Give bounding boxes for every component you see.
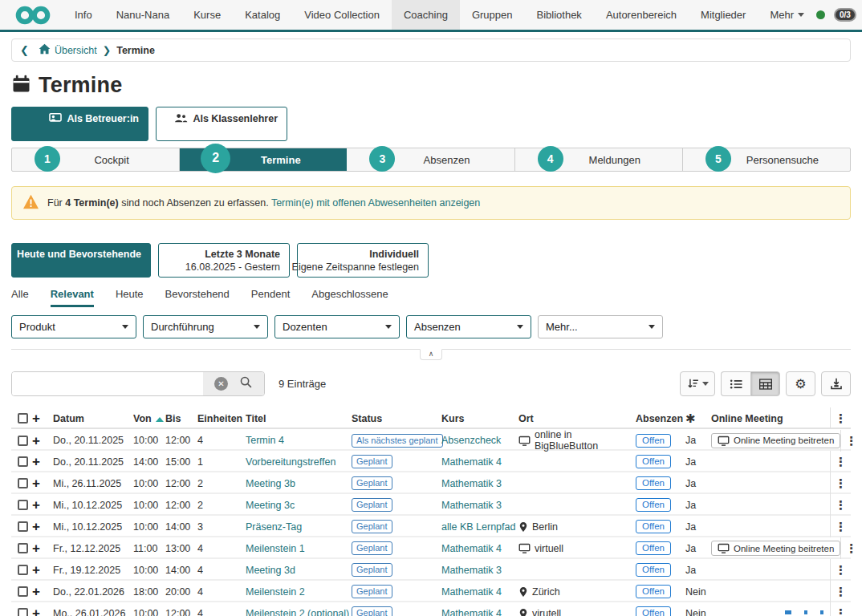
row-kebab-icon[interactable]: ⋮ <box>835 456 847 468</box>
cell-kurs-link[interactable]: Mathematik 4 <box>441 586 518 598</box>
row-kebab-icon[interactable]: ⋮ <box>835 586 847 598</box>
filter-tab-bevorstehend[interactable]: Bevorstehend <box>165 288 230 307</box>
list-view-button[interactable] <box>721 371 750 396</box>
absenzen-badge[interactable]: Offen <box>636 585 671 598</box>
tab-meldungen[interactable]: 4Meldungen <box>515 148 683 171</box>
cell-kurs-link[interactable]: Mathematik 3 <box>441 565 518 576</box>
col-datum[interactable]: Datum <box>53 413 133 424</box>
search-input[interactable] <box>12 372 203 395</box>
row-kebab-icon[interactable]: ⋮ <box>845 435 857 447</box>
absenzen-badge[interactable]: Offen <box>636 434 671 448</box>
filter-tab-pendent[interactable]: Pendent <box>251 288 290 307</box>
row-checkbox[interactable] <box>18 436 28 446</box>
cell-titel-link[interactable]: Meeting 3b <box>246 478 352 489</box>
dropdown-mehr[interactable]: Mehr... <box>538 315 663 338</box>
sort-button[interactable] <box>680 371 715 396</box>
infinity-logo[interactable] <box>14 6 51 25</box>
nav-item-nanu-nana[interactable]: Nanu-Nana <box>104 0 182 30</box>
col-online-meeting[interactable]: Online Meeting <box>711 413 830 424</box>
nav-item-mehr[interactable]: Mehr <box>758 0 816 30</box>
absenzen-badge[interactable]: Offen <box>636 541 671 555</box>
nav-item-mitglieder[interactable]: Mitglieder <box>689 0 758 30</box>
cell-titel-link[interactable]: Meeting 3d <box>246 565 352 576</box>
cell-kurs-link[interactable]: Mathematik 3 <box>441 500 518 511</box>
cell-titel-link[interactable]: Meilenstein 2 (optional) <box>246 608 352 616</box>
cell-titel-link[interactable]: Vorbereitungstreffen <box>246 456 352 468</box>
dropdown-dozenten[interactable]: Dozenten <box>274 315 400 338</box>
back-chevron-icon[interactable]: ❮ <box>20 44 29 56</box>
row-kebab-icon[interactable]: ⋮ <box>835 477 847 489</box>
filter-tab-relevant[interactable]: Relevant <box>51 288 94 307</box>
row-checkbox[interactable] <box>18 565 28 575</box>
col-ort[interactable]: Ort <box>518 413 636 424</box>
warning-link[interactable]: Termin(e) mit offenen Abwesenheiten anze… <box>271 197 480 209</box>
dropdown-absenzen[interactable]: Absenzen <box>406 315 531 338</box>
absenzen-badge[interactable]: Offen <box>636 563 671 577</box>
cell-kurs-link[interactable]: alle KB Lernpfad <box>441 521 518 533</box>
cell-titel-link[interactable]: Termin 4 <box>246 435 352 446</box>
absenzen-badge[interactable]: Offen <box>636 476 671 490</box>
row-expand-icon[interactable]: + <box>32 476 53 490</box>
range-button-2[interactable]: IndividuellEigene Zeitspanne festlegen <box>297 243 429 278</box>
row-checkbox[interactable] <box>18 521 28 532</box>
col-absenzen[interactable]: Absenzen <box>636 413 685 424</box>
cell-kurs-link[interactable]: Mathematik 4 <box>441 608 518 616</box>
nav-item-info[interactable]: Info <box>63 0 104 30</box>
col-einheiten[interactable]: Einheiten <box>197 413 246 424</box>
breadcrumb-home-link[interactable]: Übersicht <box>55 45 97 56</box>
row-kebab-icon[interactable]: ⋮ <box>835 607 847 616</box>
row-checkbox[interactable] <box>18 608 28 616</box>
absenzen-badge[interactable]: Offen <box>636 455 671 468</box>
add-column-icon[interactable]: + <box>32 411 53 425</box>
row-checkbox[interactable] <box>18 543 28 553</box>
col-von[interactable]: Von <box>133 413 165 424</box>
settings-button[interactable]: ⚙ <box>786 371 815 396</box>
col-titel[interactable]: Titel <box>246 413 352 424</box>
nav-item-coaching[interactable]: Coaching <box>392 0 460 30</box>
cell-titel-link[interactable]: Meilenstein 2 <box>246 586 352 598</box>
row-expand-icon[interactable]: + <box>32 563 53 577</box>
header-kebab-icon[interactable]: ⋮ <box>835 412 847 424</box>
col-bis[interactable]: Bis <box>165 413 197 424</box>
col-kurs[interactable]: Kurs <box>441 413 518 424</box>
filter-tab-abgeschlossene[interactable]: Abgeschlossene <box>311 288 388 307</box>
row-expand-icon[interactable]: + <box>32 541 53 555</box>
home-icon[interactable] <box>39 43 51 57</box>
dropdown-durchfhrung[interactable]: Durchführung <box>143 315 268 338</box>
join-meeting-button[interactable]: Online Meeting beitreten <box>711 433 840 448</box>
nav-item-autorenbereich[interactable]: Autorenbereich <box>594 0 689 30</box>
download-button[interactable] <box>821 371 851 396</box>
tab-personensuche[interactable]: 5Personensuche <box>683 148 850 171</box>
cell-kurs-link[interactable]: Mathematik 4 <box>441 456 518 468</box>
row-checkbox[interactable] <box>18 500 28 510</box>
row-expand-icon[interactable]: + <box>32 455 53 468</box>
row-checkbox[interactable] <box>18 586 28 597</box>
nav-item-katalog[interactable]: Katalog <box>233 0 292 30</box>
tab-cockpit[interactable]: 1Cockpit <box>12 148 180 171</box>
cell-titel-link[interactable]: Präsenz-Tag <box>246 521 352 533</box>
row-checkbox[interactable] <box>18 478 28 488</box>
filter-tab-alle[interactable]: Alle <box>11 288 29 307</box>
row-expand-icon[interactable]: + <box>32 434 53 448</box>
row-kebab-icon[interactable]: ⋮ <box>835 564 847 576</box>
range-button-1[interactable]: Letzte 3 Monate16.08.2025 - Gestern <box>158 243 290 278</box>
row-expand-icon[interactable]: + <box>32 585 53 598</box>
row-checkbox[interactable] <box>18 456 28 467</box>
absenzen-badge[interactable]: Offen <box>636 498 671 512</box>
nav-item-video-collection[interactable]: Video Collection <box>292 0 392 30</box>
filter-tab-heute[interactable]: Heute <box>116 288 144 307</box>
row-expand-icon[interactable]: + <box>32 498 53 512</box>
table-view-button[interactable] <box>750 371 780 396</box>
clear-search-icon[interactable]: ✕ <box>214 377 228 391</box>
row-expand-icon[interactable]: + <box>32 606 53 616</box>
quota-badge[interactable]: 0/3 <box>834 8 856 22</box>
cell-kurs-link[interactable]: Mathematik 3 <box>441 478 518 489</box>
absenzen-badge[interactable]: Offen <box>636 520 671 533</box>
cell-kurs-link[interactable]: Absenzcheck <box>441 435 518 446</box>
col-status[interactable]: Status <box>352 413 441 424</box>
row-kebab-icon[interactable]: ⋮ <box>835 499 847 511</box>
nav-item-kurse[interactable]: Kurse <box>181 0 233 30</box>
role-button-klassenlehrer[interactable]: Als Klassenlehrer <box>156 107 287 141</box>
select-all-checkbox[interactable] <box>18 413 28 424</box>
dropdown-produkt[interactable]: Produkt <box>11 315 136 338</box>
